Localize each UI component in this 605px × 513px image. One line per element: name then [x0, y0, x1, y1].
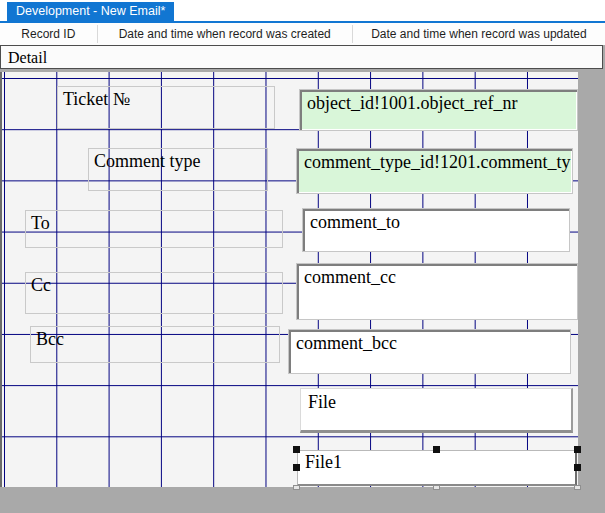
record-header-row: Record ID Date and time when record was … [0, 23, 605, 45]
field-comment-bcc[interactable]: comment_bcc [288, 329, 571, 374]
detail-band-label: Detail [8, 49, 47, 66]
selected-field-wrapper: File1 [293, 446, 581, 490]
resize-handle-top-right[interactable] [574, 446, 581, 453]
field-object-ref-nr[interactable]: object_id!1001.object_ref_nr [299, 89, 578, 131]
resize-handle-top-middle[interactable] [433, 446, 440, 453]
field-comment-type[interactable]: comment_type_id!1201.comment_ty [296, 148, 573, 194]
field-comment-cc[interactable]: comment_cc [296, 263, 578, 320]
tab-development-new-email[interactable]: Development - New Email* [7, 2, 174, 21]
label-cc[interactable]: Cc [25, 272, 283, 314]
label-comment-type[interactable]: Comment type [88, 148, 268, 191]
resize-handle-middle-right[interactable] [574, 464, 581, 471]
resize-handle-bottom-right[interactable] [574, 485, 581, 490]
form-designer-window: Development - New Email* Record ID Date … [0, 0, 605, 513]
tab-bar: Development - New Email* [0, 0, 605, 23]
field-comment-to[interactable]: comment_to [302, 208, 570, 252]
detail-band-header[interactable]: Detail [0, 45, 603, 69]
label-bcc[interactable]: Bcc [30, 326, 280, 363]
field-file[interactable]: File [300, 388, 573, 433]
column-header-created[interactable]: Date and time when record was created [98, 27, 352, 41]
label-ticket-nr[interactable]: Ticket № [57, 86, 275, 129]
resize-handle-bottom-middle[interactable] [433, 485, 440, 490]
column-header-record-id[interactable]: Record ID [0, 27, 97, 41]
resize-handle-middle-left[interactable] [293, 464, 300, 471]
resize-handle-bottom-left[interactable] [293, 485, 300, 490]
resize-handle-top-left[interactable] [293, 446, 300, 453]
column-header-updated[interactable]: Date and time when record was updated [353, 27, 605, 41]
field-file1[interactable]: File1 [297, 450, 577, 486]
label-to[interactable]: To [25, 210, 283, 248]
